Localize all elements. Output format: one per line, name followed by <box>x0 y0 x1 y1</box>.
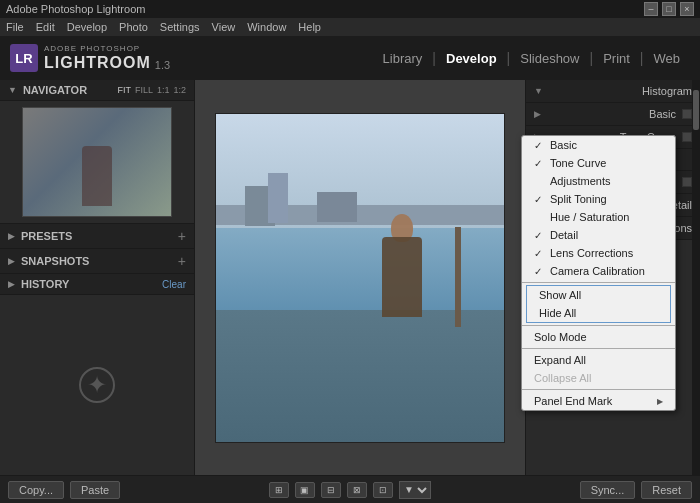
survey-view-button[interactable]: ⊠ <box>347 482 367 498</box>
history-section-header[interactable]: ▶ History Clear <box>0 274 194 295</box>
snapshots-add-button[interactable]: + <box>178 253 186 269</box>
ctx-expand-all[interactable]: Expand All <box>522 351 675 369</box>
ctx-basic-check: ✓ <box>534 140 546 151</box>
presets-add-button[interactable]: + <box>178 228 186 244</box>
tab-slideshow[interactable]: Slideshow <box>510 47 589 70</box>
ctx-tone-curve-label: Tone Curve <box>550 157 606 169</box>
logo-text: ADOBE PHOTOSHOP LIGHTROOM 1.3 <box>44 45 170 71</box>
fit-btn-fill[interactable]: FILL <box>135 85 153 95</box>
title-bar-text: Adobe Photoshop Lightroom <box>6 3 145 15</box>
ctx-detail[interactable]: ✓ Detail <box>522 226 675 244</box>
ctx-tone-curve-check: ✓ <box>534 158 546 169</box>
compare-view-button[interactable]: ⊟ <box>321 482 341 498</box>
logo-version: 1.3 <box>155 59 170 71</box>
ctx-show-all[interactable]: Show All <box>527 286 670 304</box>
fit-btn-fit[interactable]: FIT <box>117 85 131 95</box>
right-scrollbar[interactable] <box>692 80 700 475</box>
menu-settings[interactable]: Settings <box>160 21 200 33</box>
fit-btn-1-2[interactable]: 1:2 <box>173 85 186 95</box>
navigator-arrow: ▼ <box>8 85 17 95</box>
menu-view[interactable]: View <box>212 21 236 33</box>
ctx-show-hide-group: Show All Hide All <box>526 285 671 323</box>
building-2 <box>268 173 288 223</box>
history-title: History <box>21 278 162 290</box>
menu-window[interactable]: Window <box>247 21 286 33</box>
loupe-view-button[interactable]: ▣ <box>295 482 315 498</box>
menu-bar: File Edit Develop Photo Settings View Wi… <box>0 18 700 36</box>
tab-web[interactable]: Web <box>644 47 691 70</box>
tab-print[interactable]: Print <box>593 47 640 70</box>
ctx-basic[interactable]: ✓ Basic <box>522 136 675 154</box>
maximize-button[interactable]: □ <box>662 2 676 16</box>
ctx-tone-curve[interactable]: ✓ Tone Curve <box>522 154 675 172</box>
main-photo[interactable] <box>215 113 505 443</box>
close-button[interactable]: × <box>680 2 694 16</box>
ctx-adjustments[interactable]: Adjustments <box>522 172 675 190</box>
menu-develop[interactable]: Develop <box>67 21 107 33</box>
person-body <box>382 237 422 317</box>
ctx-adjustments-label: Adjustments <box>550 175 611 187</box>
navigator-thumbnail <box>0 101 194 223</box>
logo-adobe-text: ADOBE PHOTOSHOP <box>44 45 170 54</box>
logo-lightroom-text: LIGHTROOM <box>44 54 151 72</box>
left-panel-spacer: ✦ <box>0 295 194 475</box>
right-panel: ▼ Histogram ▶ Basic ▶ Tone Curve ▶ HSL /… <box>525 80 700 475</box>
ctx-split-toning[interactable]: ✓ Split Toning <box>522 190 675 208</box>
ctx-detail-label: Detail <box>550 229 578 241</box>
ctx-split-toning-label: Split Toning <box>550 193 607 205</box>
reset-button[interactable]: Reset <box>641 481 692 499</box>
bottom-bar: Copy... Paste ⊞ ▣ ⊟ ⊠ ⊡ ▼ Sync... Reset <box>0 475 700 503</box>
snapshots-section-header[interactable]: ▶ Snapshots + <box>0 249 194 274</box>
ctx-divider-2 <box>522 325 675 326</box>
menu-photo[interactable]: Photo <box>119 21 148 33</box>
paste-button[interactable]: Paste <box>70 481 120 499</box>
basic-toggle[interactable] <box>682 109 692 119</box>
ctx-split-toning-check: ✓ <box>534 194 546 205</box>
navigator-image[interactable] <box>22 107 172 217</box>
fit-btn-1-1[interactable]: 1:1 <box>157 85 170 95</box>
grid-view-button[interactable]: ⊞ <box>269 482 289 498</box>
menu-help[interactable]: Help <box>298 21 321 33</box>
menu-edit[interactable]: Edit <box>36 21 55 33</box>
histogram-header[interactable]: ▼ Histogram <box>526 80 700 103</box>
logo-area: LR ADOBE PHOTOSHOP LIGHTROOM 1.3 <box>10 44 170 72</box>
tone-curve-toggle[interactable] <box>682 132 692 142</box>
ctx-collapse-all[interactable]: Collapse All <box>522 369 675 387</box>
history-clear-button[interactable]: Clear <box>162 279 186 290</box>
history-arrow: ▶ <box>8 279 15 289</box>
basic-header[interactable]: ▶ Basic <box>526 103 700 126</box>
navigator-title: Navigator <box>23 84 118 96</box>
view-mode-select[interactable]: ▼ <box>399 481 431 499</box>
histogram-label: Histogram <box>547 85 692 97</box>
tab-library[interactable]: Library <box>373 47 433 70</box>
ctx-camera-calibration-check: ✓ <box>534 266 546 277</box>
ctx-divider-4 <box>522 389 675 390</box>
ctx-hue-sat[interactable]: Hue / Saturation <box>522 208 675 226</box>
menu-file[interactable]: File <box>6 21 24 33</box>
title-bar-controls: – □ × <box>644 2 694 16</box>
nav-fit-controls: FIT FILL 1:1 1:2 <box>117 85 186 95</box>
ctx-panel-end-mark[interactable]: Panel End Mark <box>522 392 675 410</box>
title-bar: Adobe Photoshop Lightroom – □ × <box>0 0 700 18</box>
minimize-button[interactable]: – <box>644 2 658 16</box>
right-action-buttons: Sync... Reset <box>580 481 692 499</box>
building-3 <box>317 192 357 222</box>
ctx-camera-calibration[interactable]: ✓ Camera Calibration <box>522 262 675 280</box>
ctx-solo-mode[interactable]: Solo Mode <box>522 328 675 346</box>
sync-button[interactable]: Sync... <box>580 481 636 499</box>
copy-button[interactable]: Copy... <box>8 481 64 499</box>
ctx-lens-corrections-check: ✓ <box>534 248 546 259</box>
filmstrip-button[interactable]: ⊡ <box>373 482 393 498</box>
ctx-camera-calibration-label: Camera Calibration <box>550 265 645 277</box>
split-toning-toggle[interactable] <box>682 177 692 187</box>
ctx-divider-1 <box>522 282 675 283</box>
decorative-icon: ✦ <box>79 367 115 403</box>
ctx-hide-all[interactable]: Hide All <box>527 304 670 322</box>
ctx-lens-corrections[interactable]: ✓ Lens Corrections <box>522 244 675 262</box>
tab-develop[interactable]: Develop <box>436 47 507 70</box>
presets-section-header[interactable]: ▶ Presets + <box>0 224 194 249</box>
presets-title: Presets <box>21 230 178 242</box>
ctx-lens-corrections-label: Lens Corrections <box>550 247 633 259</box>
scrollbar-thumb <box>693 90 699 130</box>
navigator-header[interactable]: ▼ Navigator FIT FILL 1:1 1:2 <box>0 80 194 101</box>
